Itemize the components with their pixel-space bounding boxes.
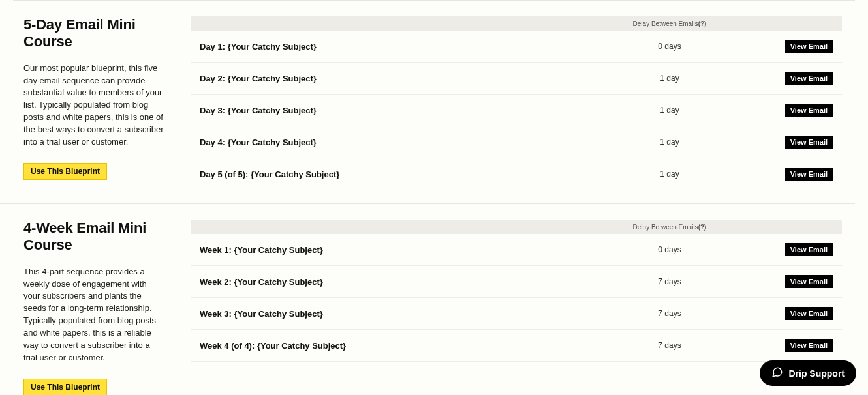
use-blueprint-button[interactable]: Use This Blueprint [23, 163, 107, 180]
row-action: View Email [767, 104, 833, 117]
blueprint-description: Our most popular blueprint, this five da… [23, 63, 164, 149]
email-subject: Day 1: {Your Catchy Subject} [200, 42, 572, 51]
email-delay: 0 days [572, 42, 767, 51]
chat-icon [771, 366, 783, 380]
table-header: Delay Between Emails(?) [191, 16, 842, 31]
delay-header-label: Delay Between Emails [633, 224, 698, 231]
help-icon[interactable]: (?) [698, 20, 707, 27]
table-row: Day 4: {Your Catchy Subject}1 dayView Em… [191, 126, 842, 158]
row-action: View Email [767, 136, 833, 149]
blueprint-info: 5-Day Email Mini CourseOur most popular … [23, 16, 178, 190]
table-row: Day 2: {Your Catchy Subject}1 dayView Em… [191, 63, 842, 95]
email-delay: 7 days [572, 341, 767, 350]
email-delay: 1 day [572, 169, 767, 179]
row-action: View Email [767, 168, 833, 181]
use-blueprint-button[interactable]: Use This Blueprint [23, 379, 107, 395]
view-email-button[interactable]: View Email [785, 243, 833, 256]
table-row: Week 4 (of 4): {Your Catchy Subject}7 da… [191, 330, 842, 362]
support-label: Drip Support [788, 368, 845, 379]
view-email-button[interactable]: View Email [785, 307, 833, 320]
table-header: Delay Between Emails(?) [191, 220, 842, 234]
email-delay: 0 days [572, 245, 767, 254]
th-delay: Delay Between Emails(?) [572, 224, 767, 231]
blueprint-table: Delay Between Emails(?) Week 1: {Your Ca… [178, 220, 842, 395]
row-action: View Email [767, 243, 833, 256]
email-subject: Day 4: {Your Catchy Subject} [200, 138, 572, 147]
email-subject: Day 3: {Your Catchy Subject} [200, 106, 572, 115]
table-row: Week 2: {Your Catchy Subject}7 daysView … [191, 266, 842, 298]
email-delay: 1 day [572, 106, 767, 115]
blueprint-section: 5-Day Email Mini CourseOur most popular … [0, 1, 855, 204]
view-email-button[interactable]: View Email [785, 275, 833, 288]
view-email-button[interactable]: View Email [785, 104, 833, 117]
view-email-button[interactable]: View Email [785, 72, 833, 85]
email-subject: Week 4 (of 4): {Your Catchy Subject} [200, 341, 572, 351]
row-action: View Email [767, 307, 833, 320]
row-action: View Email [767, 72, 833, 85]
blueprint-info: 4-Week Email Mini CourseThis 4-part sequ… [23, 220, 178, 395]
view-email-button[interactable]: View Email [785, 168, 833, 181]
table-row: Week 1: {Your Catchy Subject}0 daysView … [191, 234, 842, 266]
email-delay: 1 day [572, 74, 767, 83]
view-email-button[interactable]: View Email [785, 136, 833, 149]
blueprint-table: Delay Between Emails(?) Day 1: {Your Cat… [178, 16, 842, 190]
table-row: Week 3: {Your Catchy Subject}7 daysView … [191, 298, 842, 330]
blueprint-section: 4-Week Email Mini CourseThis 4-part sequ… [0, 204, 855, 395]
support-chat-button[interactable]: Drip Support [760, 360, 856, 386]
row-action: View Email [767, 275, 833, 288]
view-email-button[interactable]: View Email [785, 339, 833, 352]
view-email-button[interactable]: View Email [785, 40, 833, 53]
blueprint-description: This 4-part sequence provides a weekly d… [23, 266, 164, 364]
email-subject: Day 5 (of 5): {Your Catchy Subject} [200, 169, 572, 179]
th-delay: Delay Between Emails(?) [572, 20, 767, 27]
email-subject: Week 1: {Your Catchy Subject} [200, 245, 572, 255]
help-icon[interactable]: (?) [698, 224, 707, 231]
email-delay: 7 days [572, 277, 767, 286]
blueprint-title: 5-Day Email Mini Course [23, 16, 164, 51]
email-delay: 1 day [572, 138, 767, 147]
table-row: Day 5 (of 5): {Your Catchy Subject}1 day… [191, 158, 842, 190]
table-row: Day 1: {Your Catchy Subject}0 daysView E… [191, 31, 842, 63]
email-subject: Week 3: {Your Catchy Subject} [200, 309, 572, 319]
email-subject: Week 2: {Your Catchy Subject} [200, 277, 572, 287]
delay-header-label: Delay Between Emails [633, 20, 698, 27]
blueprint-title: 4-Week Email Mini Course [23, 220, 164, 254]
table-row: Day 3: {Your Catchy Subject}1 dayView Em… [191, 95, 842, 126]
email-subject: Day 2: {Your Catchy Subject} [200, 74, 572, 83]
email-delay: 7 days [572, 309, 767, 318]
row-action: View Email [767, 339, 833, 352]
row-action: View Email [767, 40, 833, 53]
